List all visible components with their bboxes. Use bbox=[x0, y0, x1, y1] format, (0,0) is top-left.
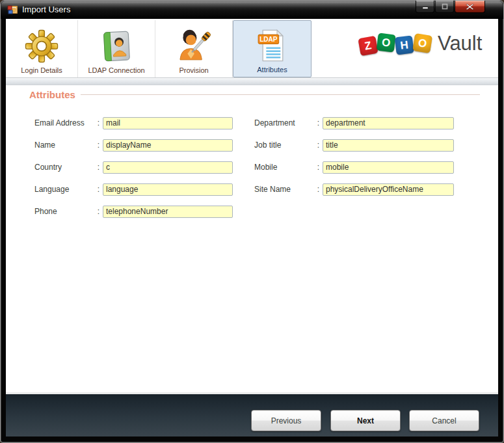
form-row: Email Address : bbox=[34, 116, 233, 129]
zoho-vault-logo: Z O H O Vault bbox=[359, 28, 482, 59]
tab-label: Provision bbox=[179, 66, 208, 74]
tab-label: Attributes bbox=[257, 66, 287, 74]
ldap-document-icon: LDAP bbox=[254, 25, 291, 66]
colon-separator: : bbox=[94, 141, 103, 150]
colon-separator: : bbox=[94, 118, 103, 128]
section-title: Attributes bbox=[29, 89, 75, 100]
email-address-label: Email Address bbox=[34, 118, 94, 128]
form-row: Job title : bbox=[254, 139, 454, 152]
zoho-logo-tile: H bbox=[395, 35, 414, 55]
department-label: Department bbox=[254, 118, 314, 128]
next-button[interactable]: Next bbox=[330, 410, 401, 431]
site-name-input[interactable] bbox=[323, 183, 454, 196]
import-users-window: Import Users bbox=[0, 0, 504, 443]
cancel-button[interactable]: Cancel bbox=[409, 410, 479, 431]
previous-button[interactable]: Previous bbox=[251, 410, 321, 431]
zoho-logo-tile: O bbox=[377, 33, 396, 52]
phone-label: Phone bbox=[34, 207, 94, 216]
zoho-logo-tile: Z bbox=[358, 35, 378, 55]
form-row: Mobile : bbox=[254, 161, 454, 174]
zoho-logo-tile: O bbox=[412, 33, 432, 53]
email-address-input[interactable] bbox=[103, 117, 233, 129]
colon-separator: : bbox=[94, 185, 103, 194]
window-title: Import Users bbox=[22, 5, 70, 14]
footer-bar: Previous Next Cancel bbox=[6, 392, 498, 436]
form-row: Phone : bbox=[34, 205, 233, 218]
tab-ldap-connection[interactable]: LDAP Connection bbox=[78, 20, 155, 77]
mobile-input[interactable] bbox=[323, 161, 454, 174]
minimize-button[interactable] bbox=[416, 1, 434, 13]
colon-separator: : bbox=[314, 185, 323, 194]
name-input[interactable] bbox=[103, 139, 233, 152]
form-row: Department : bbox=[254, 116, 454, 129]
title-bar[interactable]: Import Users bbox=[1, 1, 503, 19]
job-title-label: Job title bbox=[254, 141, 314, 150]
close-button[interactable] bbox=[455, 1, 485, 13]
colon-separator: : bbox=[314, 163, 323, 172]
maximize-button bbox=[435, 1, 454, 13]
svg-text:LDAP: LDAP bbox=[259, 36, 278, 43]
phone-input[interactable] bbox=[103, 206, 233, 218]
tab-label: Login Details bbox=[21, 66, 62, 74]
country-label: Country bbox=[34, 163, 94, 172]
colon-separator: : bbox=[94, 207, 103, 216]
section-heading: Attributes bbox=[29, 89, 480, 100]
tab-login-details[interactable]: Login Details bbox=[6, 20, 78, 77]
tab-attributes[interactable]: LDAP Attributes bbox=[233, 20, 312, 77]
colon-separator: : bbox=[314, 141, 323, 150]
gear-icon bbox=[23, 26, 60, 66]
name-label: Name bbox=[34, 141, 94, 150]
tabstrip-divider bbox=[6, 77, 498, 85]
form-row: Language : bbox=[34, 183, 233, 196]
tab-provision[interactable]: Provision bbox=[155, 20, 233, 77]
country-input[interactable] bbox=[103, 161, 233, 174]
site-name-label: Site Name bbox=[254, 185, 314, 194]
job-title-input[interactable] bbox=[323, 139, 454, 152]
language-label: Language bbox=[34, 185, 94, 194]
winforms-app-icon bbox=[7, 5, 18, 15]
colon-separator: : bbox=[94, 163, 103, 172]
form-row: Site Name : bbox=[254, 183, 454, 196]
client-area: Login Details bbox=[6, 19, 498, 436]
heading-rule bbox=[81, 94, 480, 95]
user-screwdriver-icon bbox=[176, 26, 212, 66]
address-book-icon bbox=[98, 26, 135, 66]
window-controls bbox=[416, 1, 485, 13]
product-name: Vault bbox=[438, 32, 482, 55]
tab-label: LDAP Connection bbox=[88, 66, 144, 74]
form-row: Country : bbox=[34, 161, 233, 174]
form-row: Name : bbox=[34, 139, 233, 152]
department-input[interactable] bbox=[323, 117, 454, 129]
language-input[interactable] bbox=[103, 183, 233, 196]
colon-separator: : bbox=[314, 118, 323, 128]
mobile-label: Mobile bbox=[254, 163, 314, 172]
